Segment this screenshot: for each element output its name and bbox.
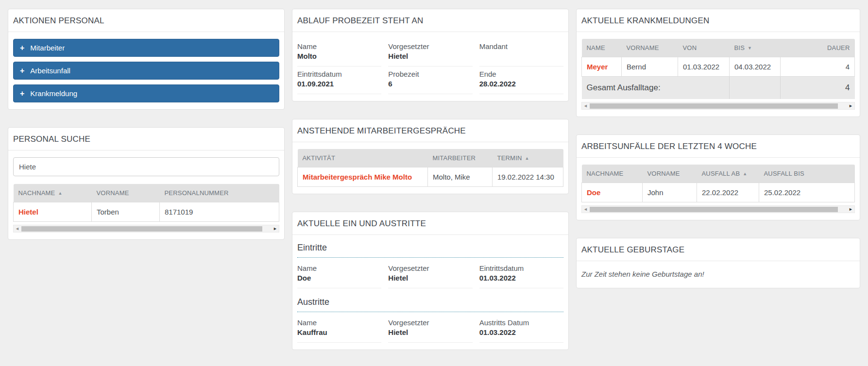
field-value: 6	[388, 80, 472, 88]
krankmeldungen-table: NAME VORNAME VON BIS▼	[581, 39, 855, 99]
field-label: Vorgesetzter	[388, 42, 472, 50]
employee-link[interactable]: Doe	[297, 274, 381, 283]
probezeit-fields-row-2: Eintrittsdatum 01.09.2021 Probezeit 6 En…	[297, 67, 563, 94]
gespraech-link[interactable]: Mitarbeitergespräch Mike Molto	[298, 167, 428, 187]
cell-termin: 19.02.2022 14:30	[493, 167, 563, 187]
column-header-von[interactable]: VON	[678, 39, 730, 57]
field-value: 28.02.2022	[479, 80, 563, 88]
table-row: Doe John 22.02.2022 25.02.2022	[582, 183, 855, 202]
panel-arbeitsunfaelle: ARBEITSUNFÄLLE DER LETZTEN 4 WOCHE NACHN…	[576, 134, 860, 220]
add-arbeitsunfall-button[interactable]: + Arbeitsunfall	[13, 62, 279, 80]
panel-title: AKTUELLE EIN UND AUSTRITTE	[292, 212, 568, 235]
employee-link[interactable]: Kauffrau	[297, 328, 381, 337]
table-row: Meyer Bernd 01.03.2022 04.03.2022 4	[582, 57, 855, 77]
column-header-name[interactable]: NAME	[582, 39, 622, 57]
cell-ausfall-ab: 22.02.2022	[697, 183, 759, 202]
sort-asc-icon: ▲	[525, 156, 529, 161]
field-eintrittsdatum: Eintrittsdatum 01.09.2021	[297, 67, 381, 94]
column-header-bis[interactable]: BIS▼	[730, 39, 781, 57]
column-header-aktivitaet[interactable]: AKTIVITÄT	[298, 149, 428, 167]
column-header-mitarbeiter[interactable]: MITARBEITER	[428, 149, 493, 167]
field-label: Name	[297, 264, 381, 272]
scrollbar-thumb[interactable]	[21, 226, 262, 232]
scroll-right-icon[interactable]: ►	[849, 104, 853, 108]
employee-link[interactable]: Hietel	[14, 202, 92, 222]
panel-title: ARBEITSUNFÄLLE DER LETZTEN 4 WOCHE	[577, 135, 860, 158]
horizontal-scrollbar[interactable]: ◄ ►	[581, 205, 855, 213]
cell-ausfall-bis: 25.02.2022	[759, 183, 855, 202]
add-mitarbeiter-button[interactable]: + Mitarbeiter	[13, 39, 279, 57]
panel-ein-und-austritte: AKTUELLE EIN UND AUSTRITTE Eintritte Nam…	[292, 212, 569, 350]
column-header-vorname[interactable]: VORNAME	[622, 39, 678, 57]
field-label: Mandant	[479, 42, 563, 50]
field-vorgesetzter: Vorgesetzter Hietel	[388, 261, 472, 288]
section-heading: Eintritte	[297, 242, 563, 258]
personal-search-input[interactable]	[13, 157, 279, 176]
employee-link[interactable]: Molto	[297, 52, 381, 61]
employee-link[interactable]: Meyer	[582, 57, 622, 77]
field-label: Austritts Datum	[479, 318, 563, 327]
column-header-personalnummer[interactable]: PERSONALNUMMER	[160, 184, 279, 202]
field-label: Name	[297, 318, 381, 327]
action-button-stack: + Mitarbeiter + Arbeitsunfall + Krankmel…	[8, 32, 284, 109]
horizontal-scrollbar[interactable]: ◄ ►	[581, 102, 855, 110]
scroll-right-icon[interactable]: ►	[273, 227, 277, 231]
column-header-vorname[interactable]: VORNAME	[643, 165, 697, 183]
field-value: Hietel	[388, 52, 472, 61]
hr-dashboard: AKTIONEN PERSONAL + Mitarbeiter + Arbeit…	[0, 0, 868, 359]
column-header-vorname[interactable]: VORNAME	[92, 184, 160, 202]
cell-bis: 04.03.2022	[730, 57, 781, 77]
scroll-left-icon[interactable]: ◄	[583, 207, 588, 212]
section-heading: Austritte	[297, 296, 563, 312]
field-probezeit: Probezeit 6	[388, 67, 472, 94]
field-austrittsdatum: Austritts Datum 01.03.2022	[479, 315, 563, 343]
austritte-section: Austritte Name Kauffrau Vorgesetzter Hie…	[297, 296, 563, 343]
panel-title: ANSTEHENDE MITARBEITERGESPRÄCHE	[292, 119, 568, 142]
no-birthdays-message: Zur Zeit stehen keine Geburtstage an!	[581, 268, 855, 281]
panel-title: PERSONAL SUCHE	[8, 128, 284, 150]
probezeit-fields-row-1: Name Molto Vorgesetzter Hietel Mandant	[297, 39, 563, 67]
panel-personal-suche: PERSONAL SUCHE NACHNAME▲ VORNAME	[8, 127, 285, 240]
column-header-nachname[interactable]: NACHNAME▲	[14, 184, 92, 202]
field-vorgesetzter: Vorgesetzter Hietel	[388, 315, 472, 343]
field-label: Vorgesetzter	[388, 318, 472, 327]
scroll-left-icon[interactable]: ◄	[583, 104, 588, 108]
plus-icon: +	[20, 67, 24, 75]
cell-von: 01.03.2022	[678, 57, 730, 77]
cell-personalnummer: 8171019	[160, 202, 279, 222]
cell-vorname: John	[643, 183, 697, 202]
cell-vorname: Bernd	[622, 57, 678, 77]
column-header-nachname[interactable]: NACHNAME	[582, 165, 643, 183]
add-krankmeldung-button[interactable]: + Krankmeldung	[13, 84, 279, 102]
scrollbar-thumb[interactable]	[590, 103, 838, 109]
column-header-ausfall-bis[interactable]: AUSFALL BIS	[759, 165, 855, 183]
table-row: Mitarbeitergespräch Mike Molto Molto, Mi…	[298, 167, 563, 187]
panel-ablauf-probezeit: ABLAUF PROBEZEIT STEHT AN Name Molto Vor…	[292, 9, 569, 101]
field-name: Name Molto	[297, 39, 381, 67]
panel-title: AKTIONEN PERSONAL	[8, 9, 284, 32]
field-name: Name Kauffrau	[297, 315, 381, 343]
plus-icon: +	[20, 90, 24, 98]
eintritte-section: Eintritte Name Doe Vorgesetzter Hietel E…	[297, 242, 563, 288]
column-header-ausfall-ab[interactable]: AUSFALL AB▲	[697, 165, 759, 183]
horizontal-scrollbar[interactable]: ◄ ►	[13, 225, 279, 233]
scroll-left-icon[interactable]: ◄	[15, 227, 19, 231]
middle-column: ABLAUF PROBEZEIT STEHT AN Name Molto Vor…	[292, 9, 569, 350]
panel-title: ABLAUF PROBEZEIT STEHT AN	[292, 9, 568, 32]
cell-dauer: 4	[781, 57, 855, 77]
field-value: 01.03.2022	[479, 328, 563, 337]
panel-krankmeldungen: AKTUELLE KRANKMELDUNGEN NAME VORNAME	[576, 9, 860, 117]
scrollbar-thumb[interactable]	[590, 207, 838, 212]
field-label: Vorgesetzter	[388, 264, 472, 272]
summary-row: Gesamt Ausfalltage: 4	[582, 77, 855, 100]
field-value: Hietel	[388, 328, 472, 337]
employee-link[interactable]: Doe	[582, 183, 643, 202]
column-header-dauer[interactable]: DAUER	[781, 39, 855, 57]
panel-aktionen-personal: AKTIONEN PERSONAL + Mitarbeiter + Arbeit…	[8, 9, 285, 110]
scroll-right-icon[interactable]: ►	[849, 207, 853, 212]
column-header-termin[interactable]: TERMIN▲	[493, 149, 563, 167]
panel-geburtstage: AKTUELLE GEBURSTAGE Zur Zeit stehen kein…	[576, 238, 860, 288]
sort-asc-icon: ▲	[58, 191, 63, 196]
button-label: Mitarbeiter	[30, 44, 65, 52]
gespraeche-table: AKTIVITÄT MITARBEITER TERMIN▲ M	[297, 149, 563, 187]
